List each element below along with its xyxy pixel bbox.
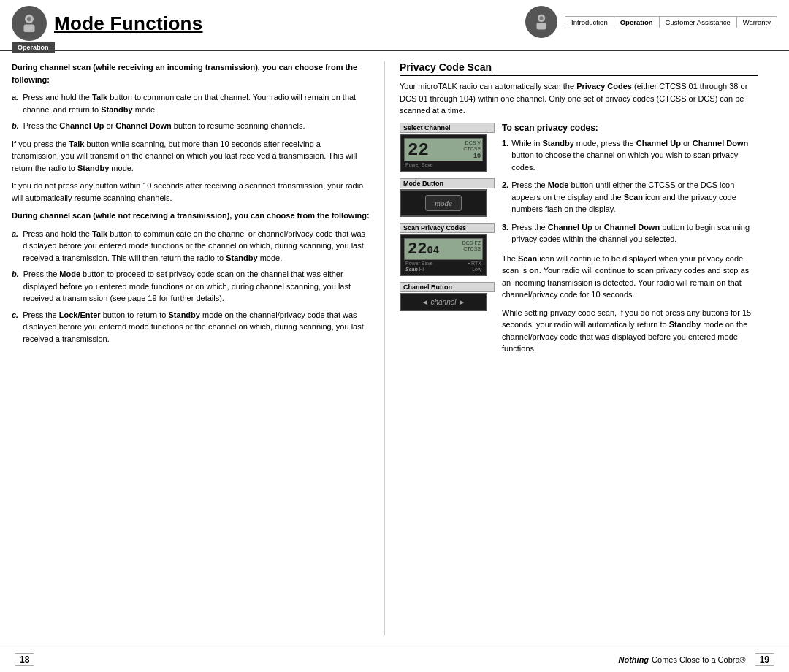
channel-button-label: Channel Button — [400, 282, 495, 292]
mid-para-1: If you press the Talk button while scann… — [12, 138, 370, 175]
page-number-left: 18 — [15, 653, 34, 666]
step-3: 3. Press the Channel Up or Channel Down … — [502, 221, 758, 245]
scan-privacy-codes-label: Scan Privacy Codes — [400, 223, 495, 233]
scan-para-2: While setting privacy code scan, if you … — [502, 307, 758, 355]
page-number-right: 19 — [755, 653, 774, 666]
nav-introduction[interactable]: Introduction — [565, 17, 614, 28]
nothing-word: Nothing — [619, 655, 649, 664]
select-channel-device: 22 DCS V CTCSS 10 Power Save — [400, 134, 487, 172]
svg-point-2 — [27, 17, 31, 21]
channel-button-device: ◄ channel ► — [400, 293, 487, 311]
header-icon — [12, 6, 47, 41]
left-column: During channel scan (while receiving an … — [12, 61, 370, 635]
right-column: Privacy Code Scan Your microTALK radio c… — [400, 61, 758, 635]
step-1: 1. While in Standby mode, press the Chan… — [502, 137, 758, 174]
list-item-a: a. Press and hold the Talk button to com… — [12, 91, 370, 115]
nav-customer-assistance[interactable]: Customer Assistance — [660, 17, 737, 28]
nav-operation[interactable]: Operation — [614, 17, 660, 28]
list-item-2a: a. Press and hold the Talk button to com… — [12, 228, 370, 264]
during-scan-title: During channel scan (while receiving an … — [12, 61, 370, 85]
to-scan-title: To scan privacy codes: — [502, 123, 758, 133]
svg-rect-1 — [24, 25, 35, 33]
svg-rect-4 — [537, 23, 546, 29]
diagram-instructions-row: Select Channel 22 DCS V CTCSS 10 — [400, 123, 758, 361]
footer-right-text: Nothing Comes Close to a Cobra® 19 — [619, 653, 774, 666]
privacy-intro: Your microTALK radio can automatically s… — [400, 80, 758, 117]
list-item-b: b. Press the Channel Up or Channel Down … — [12, 120, 370, 132]
step-2: 2. Press the Mode button until either th… — [502, 179, 758, 215]
nav-links: Introduction Operation Customer Assistan… — [565, 16, 777, 28]
scan-privacy-device: 2204 DCS FZ CTCSS Power Save▪ RTX ScanHi… — [400, 234, 487, 276]
footer-tagline: Comes Close to a Cobra® — [652, 655, 746, 664]
list-item-2b: b. Press the Mode button to proceed to s… — [12, 268, 370, 305]
mid-para-2: If you do not press any button within 10… — [12, 180, 370, 204]
header-icon-right — [525, 6, 557, 38]
diagram-column: Select Channel 22 DCS V CTCSS 10 — [400, 123, 495, 361]
list-item-2c: c. Press the Lock/Enter button to return… — [12, 309, 370, 345]
during-scan-title-2: During channel scan (while not receiving… — [12, 210, 370, 222]
privacy-code-scan-title: Privacy Code Scan — [400, 61, 758, 76]
footer: 18 Nothing Comes Close to a Cobra® 19 — [0, 646, 789, 672]
nav-warranty[interactable]: Warranty — [737, 17, 777, 28]
mode-button-device: mode — [400, 189, 487, 217]
svg-point-5 — [539, 16, 543, 20]
operation-label-left: Operation — [12, 42, 55, 53]
instructions-column: To scan privacy codes: 1. While in Stand… — [502, 123, 758, 361]
header-title: Mode Functions — [54, 12, 203, 35]
mode-button-label: Mode Button — [400, 178, 495, 188]
scan-para-1: The Scan icon will continue to be displa… — [502, 253, 758, 301]
select-channel-label: Select Channel — [400, 123, 495, 133]
